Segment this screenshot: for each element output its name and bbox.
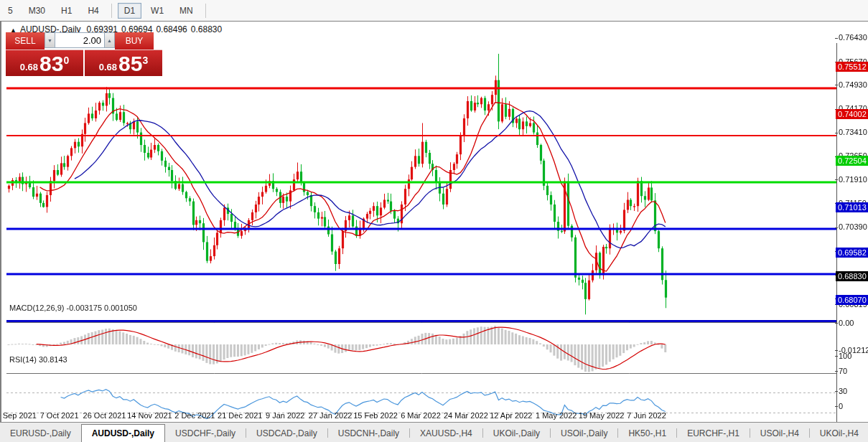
buy-price-prefix: 0.68	[99, 62, 117, 72]
timeframe-button-h4[interactable]: H4	[81, 3, 105, 19]
rsi-axis-tick-label: 70	[839, 367, 847, 375]
volume-decrease-button[interactable]: ▼	[45, 32, 55, 48]
chart-tab-ukoil-h4[interactable]: UKOil-,H4	[810, 425, 868, 442]
toolbar-separator	[111, 4, 112, 18]
chart-tab-hk50-h1[interactable]: HK50-,H1	[618, 425, 676, 442]
price-axis-tick-mark	[835, 179, 838, 180]
date-axis-label: 26 Oct 2021	[83, 411, 126, 420]
sell-price-pip: 0	[63, 55, 69, 66]
price-axis-tick-mark	[835, 38, 838, 39]
timeframe-button-mn[interactable]: MN	[173, 3, 200, 19]
sell-price-big: 83	[39, 53, 63, 75]
buy-price-display[interactable]: 0.68853	[85, 50, 162, 76]
chart-tab-usoil-daily[interactable]: USOil-,Daily	[551, 425, 617, 442]
volume-increase-button[interactable]: ▲	[104, 32, 115, 48]
macd-axis-tick-mark	[835, 350, 838, 351]
trading-terminal-window: 5M30H1H4D1W1MN ▲AUDUSD-,Daily0.693910.69…	[0, 0, 868, 442]
chart-tab-bar: EURUSD-,DailyAUDUSD-,DailyUSDCHF-,DailyU…	[0, 422, 868, 442]
date-axis-label: 21 Dec 2021	[218, 411, 262, 420]
date-axis-label: 15 Feb 2022	[353, 411, 398, 420]
chart-window	[0, 21, 868, 422]
price-axis-tick-mark	[835, 85, 838, 85]
chart-tab-xauusd-h4[interactable]: XAUUSD-,H4	[410, 425, 482, 442]
chart-tab-usdcnh-daily[interactable]: USDCNH-,Daily	[328, 425, 409, 442]
date-axis-label: 24 Mar 2022	[444, 411, 488, 420]
date-axis-label: 2 Dec 2021	[174, 411, 215, 420]
chart-tab-eurchf-h1[interactable]: EURCHF-,H1	[677, 425, 750, 442]
sell-price-prefix: 0.68	[20, 62, 38, 72]
level-price-label: 0.74002	[836, 109, 868, 119]
volume-input[interactable]	[55, 32, 104, 48]
price-axis-tick-label: 0.71910	[839, 175, 867, 184]
date-axis-label: 7 Jun 2022	[627, 411, 666, 420]
price-axis-tick-label: 0.70390	[839, 222, 867, 231]
price-axis-tick-label: 0.76430	[839, 33, 867, 42]
rsi-axis-tick-mark	[835, 406, 838, 407]
chart-tab-usoil-h4[interactable]: USOil-,H4	[750, 425, 809, 442]
tab-list: EURUSD-,DailyAUDUSD-,DailyUSDCHF-,DailyU…	[0, 424, 868, 442]
chart-tab-usdchf-daily[interactable]: USDCHF-,Daily	[165, 425, 246, 442]
date-axis-label: 14 Nov 2021	[127, 411, 172, 420]
date-axis-label: 12 Apr 2022	[490, 411, 532, 420]
buy-price-big: 85	[118, 53, 142, 75]
sell-button[interactable]: SELL	[6, 32, 45, 50]
chart-tab-usdcad-daily[interactable]: USDCAD-,Daily	[246, 425, 327, 442]
date-axis-label: 19 May 2022	[579, 411, 625, 420]
timeframe-button-w1[interactable]: W1	[144, 3, 170, 19]
level-price-label: 0.75512	[836, 62, 868, 72]
one-click-trade-panel: SELL ▼ ▲ BUY 0.68830 0.68853	[6, 32, 162, 76]
chart-tab-audusd-daily[interactable]: AUDUSD-,Daily	[81, 424, 165, 442]
price-axis-tick-label: 0.74930	[839, 80, 867, 89]
timeframe-button-m30[interactable]: M30	[22, 3, 52, 19]
date-axis-label: 6 Mar 2022	[401, 411, 441, 420]
price-axis-separator	[836, 43, 837, 442]
buy-price-pip: 3	[142, 55, 148, 66]
timeframe-button-h1[interactable]: H1	[55, 3, 78, 19]
rsi-axis-tick-mark	[835, 371, 838, 372]
level-price-label: 0.72504	[836, 156, 868, 166]
price-axis-tick-label: 0.73410	[839, 128, 867, 136]
price-axis-tick-mark	[835, 133, 838, 133]
rsi-axis-tick-mark	[835, 391, 838, 392]
level-price-label: 0.68070	[836, 295, 868, 305]
timeframe-toolbar: 5M30H1H4D1W1MN	[0, 0, 868, 22]
date-axis-label: 7 Oct 2021	[40, 411, 79, 420]
timeframe-button-5[interactable]: 5	[1, 3, 19, 19]
level-price-label: 0.69582	[836, 248, 868, 258]
rsi-indicator-label: RSI(14) 30.8143	[9, 355, 67, 364]
date-axis-label: 19 Sep 2021	[0, 411, 37, 420]
price-axis-tick-mark	[835, 227, 838, 228]
ohlc-close: 0.68830	[191, 24, 222, 34]
chart-tab-ukoil-daily[interactable]: UKOil-,Daily	[483, 425, 550, 442]
macd-indicator-label: MACD(12,26,9) -0.003175 0.001050	[9, 304, 137, 312]
rsi-axis-tick-mark	[835, 356, 838, 357]
date-axis-label: 1 May 2022	[536, 411, 577, 420]
buy-button[interactable]: BUY	[115, 32, 154, 50]
rsi-axis-tick-label: 30	[839, 387, 847, 395]
toolbar-separator	[205, 4, 206, 18]
level-price-label: 0.71013	[836, 202, 868, 212]
macd-axis-tick-mark	[835, 323, 838, 324]
current-price-label: 0.68830	[836, 271, 868, 281]
sell-price-display[interactable]: 0.68830	[6, 50, 83, 76]
price-chart-canvas[interactable]	[6, 43, 837, 442]
chart-tab-eurusd-daily[interactable]: EURUSD-,Daily	[0, 425, 81, 442]
rsi-axis-tick-label: 0	[839, 402, 843, 410]
rsi-axis-tick-label: 100	[839, 352, 851, 360]
macd-axis-tick-label: 0.00	[839, 319, 868, 327]
date-axis-label: 27 Jan 2022	[309, 411, 353, 420]
date-axis-label: 9 Jan 2022	[266, 411, 304, 420]
timeframe-button-d1[interactable]: D1	[118, 3, 141, 19]
